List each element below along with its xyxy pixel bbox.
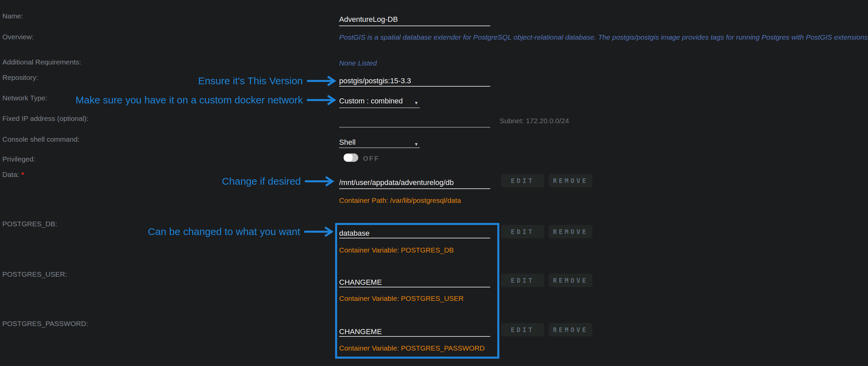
name-input[interactable] (339, 15, 490, 26)
data-remove-button[interactable]: REMOVE (549, 174, 592, 187)
toggle-knob (344, 154, 352, 161)
container-variable-note-password: Container Variable: POSTGRES_PASSWORD (339, 344, 485, 352)
field-label-console-shell: Console shell command: (2, 135, 80, 143)
annotation-repository: Ensure it's This Version (0, 75, 337, 87)
postgres-user-input[interactable] (339, 278, 490, 287)
network-type-selected-value: Custom : combined (339, 97, 403, 105)
highlight-box (335, 223, 499, 359)
annotation-network-text: Make sure you have it on a custom docker… (75, 94, 303, 106)
postgres-password-remove-button[interactable]: REMOVE (549, 323, 592, 336)
container-variable-note-db: Container Variable: POSTGRES_DB (339, 246, 454, 254)
docker-template-form: Name: Overview: Additional Requirements:… (0, 0, 868, 366)
field-label-postgres-user: POSTGRES_USER: (2, 270, 67, 278)
annotation-data-text: Change if desired (222, 176, 301, 187)
postgres-user-edit-button[interactable]: EDIT (501, 274, 544, 287)
postgres-db-remove-button[interactable]: REMOVE (549, 225, 592, 238)
field-label-overview: Overview: (2, 33, 34, 41)
network-type-select[interactable]: Custom : combined ▼ (339, 97, 420, 108)
data-path-input[interactable] (339, 178, 490, 189)
privileged-toggle[interactable] (343, 153, 358, 162)
annotation-postgres-text: Can be changed to what you want (148, 226, 300, 237)
repository-input[interactable] (339, 77, 490, 87)
data-edit-button[interactable]: EDIT (501, 174, 544, 187)
annotation-postgres: Can be changed to what you want (0, 226, 335, 238)
privileged-state-label: OFF (363, 155, 379, 162)
annotation-network: Make sure you have it on a custom docker… (0, 94, 337, 106)
console-shell-select[interactable]: Shell ▼ (339, 138, 420, 148)
field-label-additional-requirements: Additional Requirements: (2, 58, 81, 66)
arrow-right-icon (304, 226, 335, 237)
postgres-db-edit-button[interactable]: EDIT (501, 225, 544, 238)
additional-requirements-value: None Listed (339, 59, 377, 67)
arrow-right-icon (306, 95, 337, 105)
field-label-privileged: Privileged: (2, 155, 35, 163)
annotation-repository-text: Ensure it's This Version (198, 75, 303, 87)
caret-down-icon: ▼ (414, 140, 418, 149)
console-shell-selected-value: Shell (339, 138, 355, 146)
overview-text: PostGIS is a spatial database extender f… (339, 33, 868, 41)
postgres-db-input[interactable] (339, 229, 490, 238)
container-path-note: Container Path: /var/lib/postgresql/data (339, 196, 461, 205)
field-label-fixed-ip: Fixed IP address (optional): (2, 115, 88, 123)
container-variable-note-user: Container Variable: POSTGRES_USER (339, 295, 464, 303)
postgres-password-edit-button[interactable]: EDIT (501, 323, 544, 336)
arrow-right-icon (304, 176, 335, 187)
arrow-right-icon (306, 75, 337, 86)
fixed-ip-input[interactable] (339, 118, 490, 128)
subnet-note: Subnet: 172.20.0.0/24 (500, 117, 569, 125)
field-label-name: Name: (2, 12, 23, 20)
postgres-password-input[interactable] (339, 327, 490, 337)
postgres-user-remove-button[interactable]: REMOVE (549, 274, 592, 287)
caret-down-icon: ▼ (414, 99, 418, 108)
field-label-postgres-password: POSTGRES_PASSWORD: (2, 320, 88, 328)
annotation-data: Change if desired (0, 175, 335, 187)
